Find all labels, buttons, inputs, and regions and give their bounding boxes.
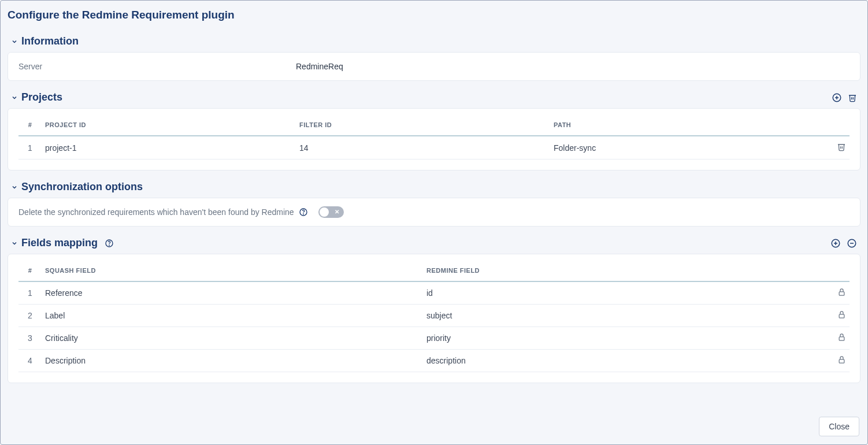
section-mapping: Fields mapping <box>8 237 860 383</box>
trash-icon[interactable] <box>837 142 846 151</box>
mapping-actions <box>830 238 860 249</box>
table-row[interactable]: 3Criticalitypriority <box>18 327 850 350</box>
svg-rect-14 <box>839 337 844 340</box>
help-icon[interactable] <box>299 207 308 217</box>
projects-actions <box>832 92 860 103</box>
projects-panel: # PROJECT ID FILTER ID PATH 1project-114… <box>8 108 860 170</box>
section-information-header: Information <box>8 35 860 52</box>
cell-index: 1 <box>18 136 42 160</box>
svg-point-4 <box>303 214 303 214</box>
lock-icon <box>837 310 846 319</box>
section-information-title: Information <box>21 35 79 47</box>
cell-path: Folder-sync <box>550 136 824 160</box>
col-index: # <box>18 260 42 281</box>
server-value: RedmineReq <box>296 62 343 71</box>
section-information: Information Server RedmineReq <box>8 35 860 81</box>
section-sync-header: Synchronization options <box>8 181 860 198</box>
add-project-button[interactable] <box>832 92 842 103</box>
server-row: Server RedmineReq <box>8 53 860 80</box>
cell-index: 3 <box>18 327 42 350</box>
modal-footer: Close <box>1 411 867 444</box>
col-path: PATH <box>550 114 824 136</box>
cell-index: 1 <box>18 281 42 305</box>
cell-index: 2 <box>18 305 42 327</box>
svg-point-6 <box>109 244 110 245</box>
col-squash: SQUASH FIELD <box>42 260 423 281</box>
cell-project-id: project-1 <box>42 136 296 160</box>
cell-redmine: id <box>423 281 824 305</box>
sync-delete-label: Delete the synchronized requirements whi… <box>18 207 294 217</box>
sync-panel: Delete the synchronized requirements whi… <box>8 198 860 227</box>
cell-squash: Reference <box>42 281 423 305</box>
section-mapping-header: Fields mapping <box>8 237 860 254</box>
modal-body[interactable]: Information Server RedmineReq Projects <box>1 27 867 411</box>
plugin-config-modal: Configure the Redmine Requirement plugin… <box>0 0 868 445</box>
remove-mapping-button[interactable] <box>847 238 857 249</box>
lock-icon <box>837 288 846 296</box>
sync-delete-row: Delete the synchronized requirements whi… <box>8 198 860 226</box>
section-projects: Projects # <box>8 91 860 170</box>
svg-rect-15 <box>839 359 844 363</box>
table-row[interactable]: 2Labelsubject <box>18 305 850 327</box>
cell-filter-id: 14 <box>296 136 550 160</box>
cell-squash: Criticality <box>42 327 423 350</box>
svg-rect-12 <box>839 292 844 295</box>
information-panel: Server RedmineReq <box>8 52 860 81</box>
section-sync-title: Synchronization options <box>21 181 143 193</box>
table-row[interactable]: 4Descriptiondescription <box>18 350 850 372</box>
section-mapping-title: Fields mapping <box>21 237 98 249</box>
mapping-table: # SQUASH FIELD REDMINE FIELD 1Referencei… <box>18 260 850 372</box>
col-project-id: PROJECT ID <box>42 114 296 136</box>
col-actions <box>824 114 850 136</box>
close-button[interactable]: Close <box>819 417 859 436</box>
projects-table: # PROJECT ID FILTER ID PATH 1project-114… <box>18 114 850 160</box>
modal-title: Configure the Redmine Requirement plugin <box>1 1 867 27</box>
col-filter-id: FILTER ID <box>296 114 550 136</box>
lock-icon <box>837 355 846 364</box>
col-index: # <box>18 114 42 136</box>
table-row[interactable]: 1project-114Folder-sync <box>18 136 850 160</box>
lock-icon <box>837 333 846 342</box>
delete-project-button[interactable] <box>848 93 857 102</box>
add-mapping-button[interactable] <box>830 238 841 249</box>
cell-redmine: priority <box>423 327 824 350</box>
col-lock <box>824 260 850 281</box>
chevron-down-icon[interactable] <box>11 38 18 45</box>
cell-redmine: description <box>423 350 824 372</box>
help-icon[interactable] <box>105 239 114 248</box>
chevron-down-icon[interactable] <box>11 94 18 101</box>
sync-delete-toggle[interactable]: ✕ <box>318 206 344 218</box>
cell-squash: Label <box>42 305 423 327</box>
cell-index: 4 <box>18 350 42 372</box>
mapping-panel: # SQUASH FIELD REDMINE FIELD 1Referencei… <box>8 254 860 383</box>
table-row[interactable]: 1Referenceid <box>18 281 850 305</box>
cell-squash: Description <box>42 350 423 372</box>
section-projects-header: Projects <box>8 91 860 108</box>
server-label: Server <box>18 62 296 71</box>
chevron-down-icon[interactable] <box>11 240 18 247</box>
section-projects-title: Projects <box>21 91 62 103</box>
cell-redmine: subject <box>423 305 824 327</box>
col-redmine: REDMINE FIELD <box>423 260 824 281</box>
chevron-down-icon[interactable] <box>11 184 18 191</box>
svg-rect-13 <box>839 314 844 318</box>
section-sync: Synchronization options Delete the synch… <box>8 181 860 227</box>
